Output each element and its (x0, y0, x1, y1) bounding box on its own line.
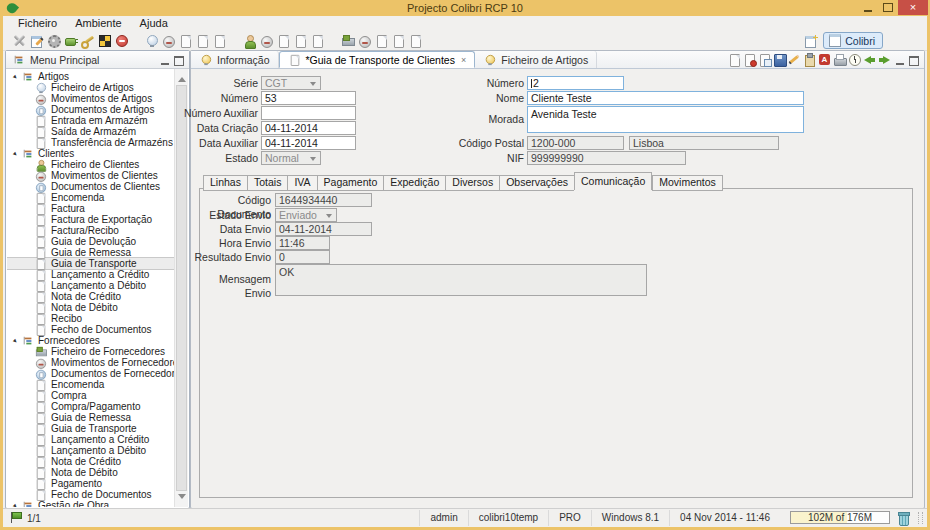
tree-item[interactable]: Encomenda (7, 379, 175, 390)
data-criacao-field[interactable]: 04-11-2014 (261, 121, 356, 135)
tree-item[interactable]: Encomenda (7, 192, 175, 203)
view-minimize-icon[interactable] (161, 56, 169, 65)
morada-field[interactable]: Avenida Teste (527, 106, 804, 133)
documento-icon[interactable] (375, 34, 389, 48)
documento-icon[interactable] (179, 34, 193, 48)
localidade-field[interactable]: Lisboa (629, 136, 779, 150)
minimize-button[interactable] (858, 0, 878, 15)
detail-tab[interactable]: Movimentos (652, 175, 723, 191)
editor-tab[interactable]: Informação (191, 51, 279, 68)
settings-gear-icon[interactable] (47, 34, 61, 48)
fornecedores-icon[interactable] (341, 34, 355, 48)
documento-icon[interactable] (213, 34, 227, 48)
mensagem-envio-field[interactable]: OK (275, 264, 647, 296)
tree-item[interactable]: Guia de Remessa (7, 412, 175, 423)
tree-item[interactable]: Recibo (7, 313, 175, 324)
tree-item[interactable]: Movimentos de Artigos (7, 93, 175, 104)
garbage-collect-icon[interactable] (896, 511, 910, 525)
clipboard-icon[interactable] (803, 53, 817, 67)
numero-auxiliar-field[interactable] (261, 106, 356, 120)
tree-item[interactable]: Factura/Recibo (7, 225, 175, 236)
perspective-colibri-button[interactable]: Colibri (823, 32, 883, 49)
movimentos-clientes-icon[interactable] (260, 34, 274, 48)
hazard-grid-icon[interactable] (98, 34, 112, 48)
hora-envio-field[interactable]: 11:46 (275, 236, 330, 250)
scroll-down-icon[interactable] (178, 494, 186, 503)
tree-item[interactable]: ▸ Clientes (7, 148, 175, 159)
movimentos-artigos-icon[interactable] (162, 34, 176, 48)
tree-item[interactable]: Pagamento (7, 478, 175, 489)
detail-tab[interactable]: IVA (287, 175, 316, 191)
tree-item[interactable]: Compra/Pagamento (7, 401, 175, 412)
tree-item[interactable]: Lançamento a Crédito (7, 269, 175, 280)
duplicate-document-icon[interactable] (758, 53, 772, 67)
tree-item[interactable]: Documentos de Fornecedores (7, 368, 175, 379)
tree-item[interactable]: Fecho de Documentos (7, 324, 175, 335)
close-button[interactable]: × (898, 0, 928, 15)
alarm-icon[interactable] (115, 34, 129, 48)
save-icon[interactable] (773, 53, 787, 67)
tree-item[interactable]: ▸ Fornecedores (7, 335, 175, 346)
documento-icon[interactable] (277, 34, 291, 48)
navigate-back-icon[interactable] (863, 53, 877, 67)
detail-tab[interactable]: Totais (247, 175, 287, 191)
tree-item[interactable]: Nota de Crédito (7, 456, 175, 467)
sidebar-scrollbar[interactable] (174, 69, 188, 507)
close-tab-icon[interactable]: × (461, 55, 466, 65)
resultado-envio-field[interactable]: 0 (275, 250, 330, 264)
detail-tab[interactable]: Comunicação (574, 172, 652, 190)
tree-item[interactable]: Compra (7, 390, 175, 401)
menu-item[interactable]: Ajuda (131, 16, 177, 31)
tree-item[interactable]: ▸ Gestão de Obra (7, 500, 175, 507)
estado-envio-combo[interactable]: Enviado (275, 208, 337, 222)
tree-item[interactable]: Lançamento a Débito (7, 280, 175, 291)
tree-item[interactable]: Documentos de Clientes (7, 181, 175, 192)
documento-icon[interactable] (392, 34, 406, 48)
numero-field[interactable]: 53 (261, 91, 356, 105)
nif-field[interactable]: 999999990 (527, 151, 686, 165)
print-icon[interactable] (833, 53, 847, 67)
codigo-documento-field[interactable]: 1644934440 (275, 193, 372, 207)
tree-item[interactable]: Saída de Armazém (7, 126, 175, 137)
scrollbar-thumb[interactable] (176, 85, 187, 491)
expand-arrow-icon[interactable]: ▸ (9, 499, 22, 507)
menu-item[interactable]: Ficheiro (9, 16, 66, 31)
artigos-icon[interactable] (145, 34, 159, 48)
clientes-icon[interactable] (243, 34, 257, 48)
tree-item[interactable]: Guia de Transporte (7, 258, 175, 269)
editor-maximize-icon[interactable] (909, 56, 919, 66)
documento-icon[interactable] (409, 34, 423, 48)
codigo-postal-field[interactable]: 1200-000 (527, 136, 624, 150)
detail-tab[interactable]: Diversos (445, 175, 499, 191)
menu-item[interactable]: Ambiente (66, 16, 130, 31)
editor-tab[interactable]: *Guia de Transporte de Clientes × (279, 51, 476, 68)
open-perspective-icon[interactable] (804, 34, 818, 48)
tree-item[interactable]: Entrada em Armazém (7, 115, 175, 126)
data-auxiliar-field[interactable]: 04-11-2014 (261, 136, 356, 150)
cliente-numero-field[interactable]: 2 (527, 76, 624, 90)
tree-item[interactable]: Lançamento a Débito (7, 445, 175, 456)
tree-item[interactable]: Documentos de Artigos (7, 104, 175, 115)
scroll-up-icon[interactable] (178, 73, 186, 82)
tree-item[interactable]: Transferência de Armazéns (7, 137, 175, 148)
new-document-icon[interactable] (728, 53, 742, 67)
documento-icon[interactable] (311, 34, 325, 48)
data-envio-field[interactable]: 04-11-2014 (275, 222, 372, 236)
plug-icon[interactable] (64, 34, 78, 48)
nome-field[interactable]: Cliente Teste (527, 91, 804, 105)
tree-item[interactable]: ▸ Artigos (7, 71, 175, 82)
edit-icon[interactable] (788, 53, 802, 67)
history-icon[interactable] (848, 53, 862, 67)
tree-item[interactable]: Movimentos de Fornecedores (7, 357, 175, 368)
tree-item[interactable]: Guia de Devolução (7, 236, 175, 247)
movimentos-fornecedores-icon[interactable] (358, 34, 372, 48)
editor-minimize-icon[interactable] (896, 56, 904, 65)
tree-item[interactable]: Lançamento a Crédito (7, 434, 175, 445)
tree-item[interactable]: Nota de Débito (7, 467, 175, 478)
tree-item[interactable]: Ficheiro de Fornecedores (7, 346, 175, 357)
tree-item[interactable]: Ficheiro de Clientes (7, 159, 175, 170)
view-maximize-icon[interactable] (174, 56, 184, 66)
detail-tab[interactable]: Expedição (383, 175, 445, 191)
tree-item[interactable]: Factura de Exportação (7, 214, 175, 225)
tools-icon[interactable] (13, 34, 27, 48)
